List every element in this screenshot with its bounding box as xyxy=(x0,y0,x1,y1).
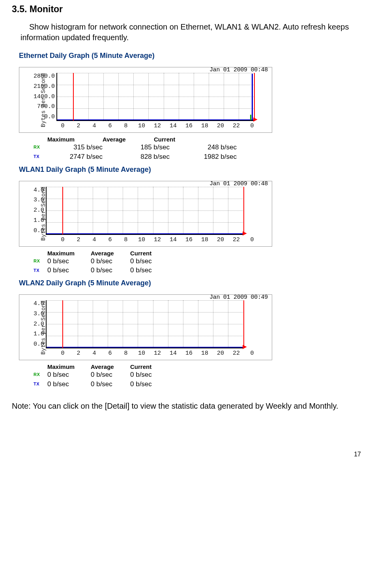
section-number: 3.5. xyxy=(12,4,27,14)
wlan2-graph: Bytes per Second Jan 01 2009 00:49 4.03.… xyxy=(19,294,360,360)
x-ticks: 02 46 810 1214 1618 2022 0 xyxy=(59,236,256,243)
stat-header-cur: Current xyxy=(130,363,170,370)
wlan1-stats: Maximum Average Current RX 0 b/sec 0 b/s… xyxy=(34,250,360,275)
baseline xyxy=(57,119,254,120)
rx-label: RX xyxy=(34,258,47,264)
rx-avg: 185 b/sec xyxy=(118,143,185,152)
tx-max: 0 b/sec xyxy=(47,380,91,389)
tx-cur: 0 b/sec xyxy=(130,380,170,389)
rx-label: RX xyxy=(34,372,47,378)
graph-timestamp: Jan 01 2009 00:49 xyxy=(209,294,268,301)
stat-header-cur: Current xyxy=(154,136,205,143)
tx-max: 0 b/sec xyxy=(47,266,91,275)
wlan2-stats: Maximum Average Current RX 0 b/sec 0 b/s… xyxy=(34,363,360,389)
rx-label: RX xyxy=(34,144,47,150)
plot-area: ▶ xyxy=(46,300,244,348)
tx-avg: 0 b/sec xyxy=(91,266,130,275)
rx-avg: 0 b/sec xyxy=(91,370,130,380)
x-ticks: 02 46 810 1214 1618 2022 0 xyxy=(59,350,256,357)
wlan1-graph: Bytes per Second Jan 01 2009 00:48 4.03.… xyxy=(19,181,360,247)
tx-label: TX xyxy=(34,268,47,274)
stat-header-avg: Average xyxy=(103,136,154,143)
rx-max: 315 b/sec xyxy=(47,143,118,152)
tx-cur: 1982 b/sec xyxy=(185,152,252,162)
rx-max: 0 b/sec xyxy=(47,257,91,266)
x-ticks: 02 46 810 1214 1618 2022 0 xyxy=(59,123,256,129)
stat-header-avg: Average xyxy=(91,250,130,257)
ethernet-graph-title: Ethernet Daily Graph (5 Minute Average) xyxy=(19,52,360,60)
stat-header-cur: Current xyxy=(130,250,170,257)
ethernet-stats: Maximum Average Current RX 315 b/sec 185… xyxy=(34,136,360,162)
footnote: Note: You can click on the [Detail] to v… xyxy=(12,401,360,411)
intro-paragraph: Show histogram for network connection on… xyxy=(21,22,360,43)
tx-avg: 828 b/sec xyxy=(118,152,185,162)
rx-cur: 0 b/sec xyxy=(130,257,170,266)
plot-area: ▶ xyxy=(56,73,254,121)
tx-avg: 0 b/sec xyxy=(91,380,130,389)
graph-timestamp: Jan 01 2009 00:48 xyxy=(209,67,268,73)
arrow-icon: ▶ xyxy=(243,230,247,236)
stat-header-avg: Average xyxy=(91,363,130,370)
y-axis-label: Bytes per Second xyxy=(40,73,47,127)
plot-area: ▶ xyxy=(46,187,244,235)
arrow-icon: ▶ xyxy=(243,343,247,350)
rx-max: 0 b/sec xyxy=(47,370,91,380)
rx-avg: 0 b/sec xyxy=(91,257,130,266)
graph-timestamp: Jan 01 2009 00:48 xyxy=(209,180,268,187)
rx-cur: 0 b/sec xyxy=(130,370,170,380)
stat-header-max: Maximum xyxy=(47,363,91,370)
marker-left xyxy=(73,73,74,121)
tx-max: 2747 b/sec xyxy=(47,152,118,162)
rx-cur: 248 b/sec xyxy=(185,143,252,152)
arrow-icon: ▶ xyxy=(253,116,258,122)
tx-cur: 0 b/sec xyxy=(130,266,170,275)
stat-header-max: Maximum xyxy=(47,136,103,143)
rx-spike xyxy=(250,115,251,120)
marker-right xyxy=(254,73,255,121)
wlan1-graph-title: WLAN1 Daily Graph (5 Minute Average) xyxy=(19,166,360,174)
ethernet-graph: Bytes per Second Jan 01 2009 00:48 2800.… xyxy=(19,67,360,133)
wlan2-graph-title: WLAN2 Daily Graph (5 Minute Average) xyxy=(19,279,360,287)
tx-label: TX xyxy=(34,381,47,387)
stat-header-max: Maximum xyxy=(47,250,91,257)
section-title: Monitor xyxy=(30,4,63,14)
tx-label: TX xyxy=(34,154,47,160)
tx-spike xyxy=(252,74,253,120)
section-heading: 3.5. Monitor xyxy=(12,4,360,15)
